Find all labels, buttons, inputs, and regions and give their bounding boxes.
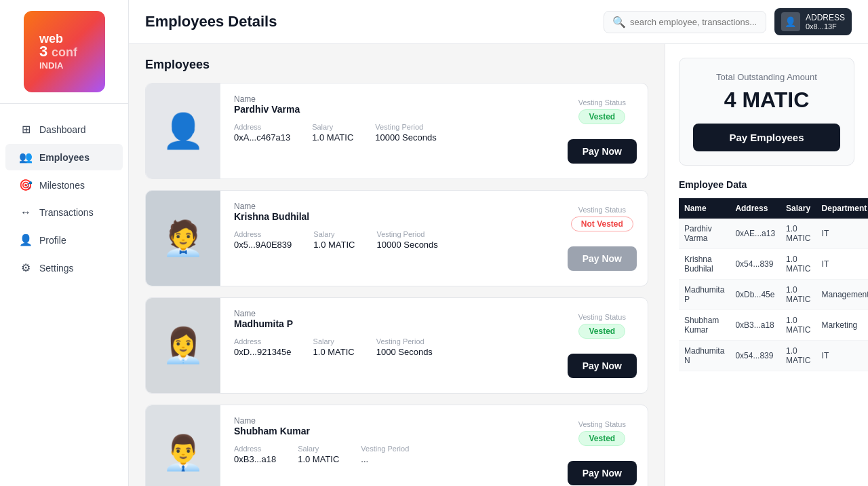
salary-label: Salary <box>313 337 355 345</box>
pay-now-button[interactable]: Pay Now <box>568 139 637 164</box>
vesting-value: 10000 Seconds <box>375 132 436 143</box>
table-cell: Madhumita N <box>679 341 730 371</box>
employee-photo: 👨‍💼 <box>146 405 220 486</box>
address-label: ADDRESS <box>806 13 845 22</box>
vesting-status-label: Vesting Status <box>578 420 626 428</box>
name-label: Name <box>234 94 543 104</box>
pay-now-button[interactable]: Pay Now <box>568 246 637 271</box>
right-panel: Total Outstanding Amount 4 MATIC Pay Emp… <box>665 44 868 486</box>
dashboard-icon: ⊞ <box>19 123 33 136</box>
sidebar-item-label: Profile <box>39 235 66 246</box>
salary-field: Salary 1.0 MATIC <box>312 123 353 143</box>
table-cell: 0x54...839 <box>730 249 781 280</box>
employee-name: Pardhiv Varma <box>234 104 543 115</box>
employee-name: Shubham Kumar <box>234 426 543 436</box>
pay-now-button[interactable]: Pay Now <box>568 354 637 378</box>
employee-data-table: NameAddressSalaryDepartment Pardhiv Varm… <box>679 198 868 371</box>
vesting-status-area: Vesting Status Vested <box>578 313 626 339</box>
salary-label: Salary <box>312 123 353 131</box>
employee-data-title: Employee Data <box>679 179 854 190</box>
employee-info: Name Pardhiv Varma Address 0xA...c467a13… <box>220 83 557 179</box>
table-header-row: NameAddressSalaryDepartment <box>679 198 868 219</box>
address-label: Address <box>234 445 276 453</box>
table-cell: Marketing <box>816 310 868 341</box>
sidebar-item-label: Milestones <box>39 180 85 191</box>
table-row: Madhumita N0x54...8391.0 MATICIT <box>679 341 868 371</box>
milestones-icon: 🎯 <box>19 179 33 191</box>
search-bar[interactable]: 🔍 <box>604 11 766 33</box>
address-label: Address <box>234 337 292 345</box>
table-row: Pardhiv Varma0xAE...a131.0 MATICIT <box>679 219 868 249</box>
address-info: ADDRESS 0x8...13F <box>806 13 845 31</box>
salary-value: 1.0 MATIC <box>313 347 355 357</box>
salary-value: 1.0 MATIC <box>313 240 355 250</box>
profile-icon: 👤 <box>19 233 33 246</box>
table-cell: 0xB3...a18 <box>730 310 781 341</box>
table-cell: 1.0 MATIC <box>781 280 816 310</box>
sidebar-item-employees[interactable]: 👥 Employees <box>5 144 123 170</box>
table-cell: Krishna Budhilal <box>679 249 730 280</box>
sidebar-item-dashboard[interactable]: ⊞ Dashboard <box>5 116 123 143</box>
sidebar-item-transactions[interactable]: ↔ Transactions <box>5 200 123 225</box>
vesting-status-label: Vesting Status <box>571 206 633 214</box>
logo: web 3 conf INDIA <box>24 11 105 92</box>
logo-area: web 3 conf INDIA <box>0 0 128 104</box>
sidebar-item-label: Employees <box>39 152 90 163</box>
vesting-field: Vesting Period ... <box>361 445 409 464</box>
address-value: 0xD...921345e <box>234 347 292 357</box>
employee-photo: 🧑‍💼 <box>146 191 220 286</box>
search-icon: 🔍 <box>612 16 626 29</box>
vesting-status-badge: Not Vested <box>571 217 633 231</box>
search-input[interactable] <box>630 17 757 27</box>
table-cell: IT <box>816 249 868 280</box>
address-pill[interactable]: 👤 ADDRESS 0x8...13F <box>774 8 852 35</box>
employee-info: Name Shubham Kumar Address 0xB3...a18 Sa… <box>220 405 557 486</box>
employee-fields: Address 0xD...921345e Salary 1.0 MATIC V… <box>234 337 543 357</box>
salary-field: Salary 1.0 MATIC <box>298 445 339 464</box>
employee-card: 👩‍💼 Name Madhumita P Address 0xD...92134… <box>145 297 648 394</box>
table-cell: Shubham Kumar <box>679 310 730 341</box>
vesting-status-badge: Vested <box>578 109 625 124</box>
topbar: Employees Details 🔍 👤 ADDRESS 0x8...13F <box>129 0 868 44</box>
pay-employees-button[interactable]: Pay Employees <box>693 124 840 151</box>
sidebar-item-profile[interactable]: 👤 Profile <box>5 227 123 253</box>
pay-now-button[interactable]: Pay Now <box>568 461 637 485</box>
page-title: Employees Details <box>145 13 277 31</box>
vesting-value: 1000 Seconds <box>376 347 433 357</box>
employee-card: 👤 Name Pardhiv Varma Address 0xA...c467a… <box>145 83 648 179</box>
name-label: Name <box>234 202 543 211</box>
svg-text:conf: conf <box>52 45 78 59</box>
employee-name: Krishna Budhilal <box>234 211 543 222</box>
vesting-status-label: Vesting Status <box>578 313 626 321</box>
employees-section-title: Employees <box>145 58 648 72</box>
vesting-field: Vesting Period 1000 Seconds <box>376 337 433 357</box>
sidebar-item-settings[interactable]: ⚙ Settings <box>5 255 123 281</box>
table-cell: 0xAE...a13 <box>730 219 781 249</box>
table-header-cell: Name <box>679 198 730 219</box>
salary-value: 1.0 MATIC <box>312 132 353 143</box>
address-value: 0xB3...a18 <box>234 454 276 464</box>
address-value: 0x5...9A0E839 <box>234 240 292 250</box>
employee-info: Name Madhumita P Address 0xD...921345e S… <box>220 298 557 393</box>
name-label: Name <box>234 309 543 318</box>
sidebar-item-milestones[interactable]: 🎯 Milestones <box>5 172 123 198</box>
sidebar: web 3 conf INDIA ⊞ Dashboard 👥 Employees… <box>0 0 129 486</box>
table-cell: IT <box>816 341 868 371</box>
employees-list: Employees 👤 Name Pardhiv Varma Address 0… <box>129 44 665 486</box>
address-value: 0xA...c467a13 <box>234 132 290 143</box>
address-field: Address 0xD...921345e <box>234 337 292 357</box>
sidebar-item-label: Dashboard <box>39 124 86 135</box>
employee-photo: 👩‍💼 <box>146 298 220 393</box>
salary-field: Salary 1.0 MATIC <box>313 337 355 357</box>
table-cell: Pardhiv Varma <box>679 219 730 249</box>
employee-actions: Vesting Status Not Vested Pay Now <box>557 191 648 286</box>
table-header-cell: Salary <box>781 198 816 219</box>
table-row: Krishna Budhilal0x54...8391.0 MATICIT <box>679 249 868 280</box>
table-cell: IT <box>816 219 868 249</box>
table-cell: Madhumita P <box>679 280 730 310</box>
vesting-value: ... <box>361 454 409 464</box>
employee-actions: Vesting Status Vested Pay Now <box>557 83 648 179</box>
topbar-right: 🔍 👤 ADDRESS 0x8...13F <box>604 8 852 35</box>
table-cell: 1.0 MATIC <box>781 249 816 280</box>
vesting-field: Vesting Period 10000 Seconds <box>376 230 437 250</box>
